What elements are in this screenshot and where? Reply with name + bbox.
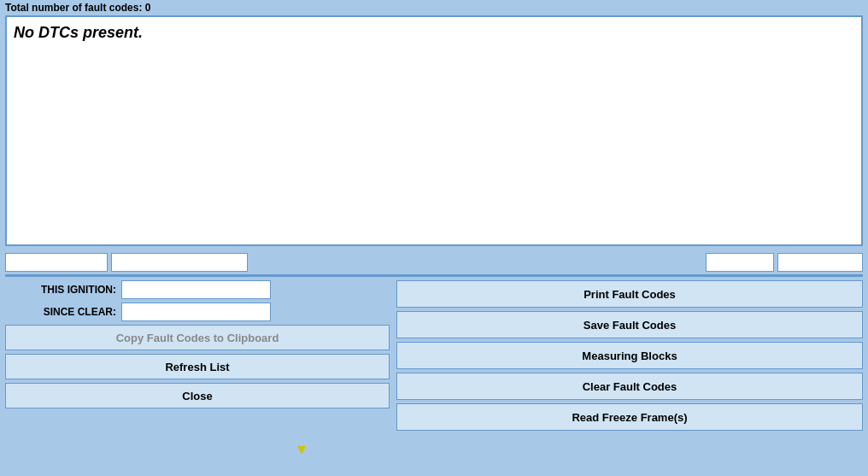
clear-fault-codes-label: Clear Fault Codes xyxy=(583,380,677,393)
this-ignition-input[interactable] xyxy=(121,280,271,299)
measuring-blocks-label: Measuring Blocks xyxy=(582,350,677,362)
col-input-1[interactable] xyxy=(5,253,108,272)
print-fault-codes-button[interactable]: Print Fault Codes xyxy=(396,280,863,308)
column-input-row xyxy=(5,253,863,272)
col-input-3[interactable] xyxy=(706,253,774,272)
close-btn-row: Close xyxy=(5,383,390,408)
close-label: Close xyxy=(182,390,212,403)
refresh-list-label: Refresh List xyxy=(165,361,229,373)
copy-clipboard-button[interactable]: Copy Fault Codes to Clipboard xyxy=(5,325,390,350)
separator-bar xyxy=(5,274,863,277)
copy-clipboard-label: Copy Fault Codes to Clipboard xyxy=(116,332,279,344)
since-clear-label: SINCE CLEAR: xyxy=(5,306,116,318)
save-fault-codes-label: Save Fault Codes xyxy=(584,319,676,332)
this-ignition-label: THIS IGNITION: xyxy=(5,284,116,296)
bottom-panel: THIS IGNITION: SINCE CLEAR: Copy Fault C… xyxy=(0,250,868,434)
fault-count-label: Total number of fault codes: 0 xyxy=(5,2,150,14)
clear-fault-codes-button[interactable]: Clear Fault Codes xyxy=(396,373,863,400)
this-ignition-row: THIS IGNITION: xyxy=(5,280,390,299)
controls-area: THIS IGNITION: SINCE CLEAR: Copy Fault C… xyxy=(5,280,863,431)
fault-count-status: Total number of fault codes: 0 xyxy=(0,0,868,15)
left-controls: THIS IGNITION: SINCE CLEAR: Copy Fault C… xyxy=(5,280,390,431)
col-input-4[interactable] xyxy=(777,253,863,272)
right-controls: Print Fault Codes Save Fault Codes Measu… xyxy=(396,280,863,431)
dtc-message: No DTCs present. xyxy=(14,24,143,41)
since-clear-input[interactable] xyxy=(121,303,271,321)
measuring-blocks-button[interactable]: Measuring Blocks xyxy=(396,342,863,369)
col-input-2[interactable] xyxy=(111,253,248,272)
read-freeze-frame-label: Read Freeze Frame(s) xyxy=(572,411,687,424)
save-fault-codes-button[interactable]: Save Fault Codes xyxy=(396,311,863,338)
print-fault-codes-label: Print Fault Codes xyxy=(584,288,676,301)
read-freeze-frame-button[interactable]: Read Freeze Frame(s) xyxy=(396,403,863,431)
dtc-display-area: No DTCs present. xyxy=(5,15,863,246)
cursor-indicator xyxy=(297,446,306,455)
refresh-list-button[interactable]: Refresh List xyxy=(5,354,390,379)
close-button[interactable]: Close xyxy=(5,383,390,408)
since-clear-row: SINCE CLEAR: xyxy=(5,303,390,321)
